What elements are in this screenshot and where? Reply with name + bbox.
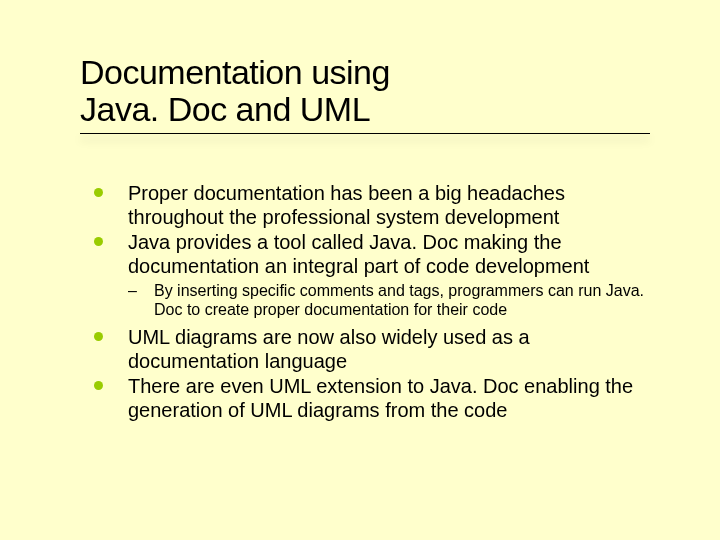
list-item-text: There are even UML extension to Java. Do… bbox=[128, 375, 633, 421]
bullet-icon bbox=[94, 188, 103, 197]
list-item-text: Proper documentation has been a big head… bbox=[128, 182, 565, 228]
dash-icon: – bbox=[128, 282, 137, 301]
bullet-icon bbox=[94, 381, 103, 390]
list-item-text: Java provides a tool called Java. Doc ma… bbox=[128, 231, 589, 277]
list-subitem-text: By inserting specific comments and tags,… bbox=[154, 282, 644, 318]
list-item: UML diagrams are now also widely used as… bbox=[94, 326, 662, 373]
title-underline bbox=[80, 133, 650, 134]
slide-title-line2: Java. Doc and UML bbox=[80, 91, 640, 128]
slide-title-line1: Documentation using bbox=[80, 54, 640, 91]
bullet-icon bbox=[94, 237, 103, 246]
list-item: Java provides a tool called Java. Doc ma… bbox=[94, 231, 662, 320]
list-item: Proper documentation has been a big head… bbox=[94, 182, 662, 229]
slide-body: Proper documentation has been a big head… bbox=[94, 182, 662, 425]
slide-title-block: Documentation using Java. Doc and UML bbox=[80, 54, 640, 134]
bullet-icon bbox=[94, 332, 103, 341]
list-subitem: – By inserting specific comments and tag… bbox=[128, 282, 662, 320]
list-item: There are even UML extension to Java. Do… bbox=[94, 375, 662, 422]
list-item-text: UML diagrams are now also widely used as… bbox=[128, 326, 530, 372]
